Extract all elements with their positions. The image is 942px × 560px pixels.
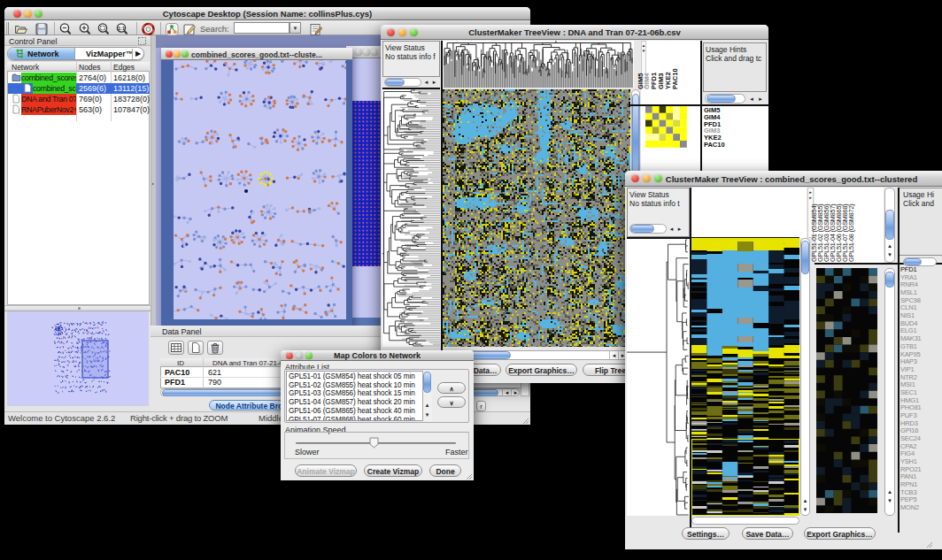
svg-text:1:1: 1:1 [118, 26, 125, 31]
